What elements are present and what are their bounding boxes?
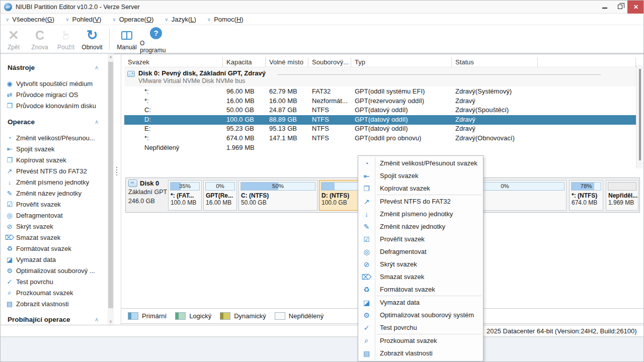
section-header-nastroje[interactable]: Nástroje∧: [1, 62, 108, 73]
menu-pomoc[interactable]: ∨Pomoc(H): [207, 16, 244, 23]
legend-dynamic: Dynamický: [220, 312, 266, 320]
sidebar-item-explore-volume[interactable]: ⌕Prozkoumat svazek: [1, 287, 108, 298]
sidebar-item-merge-volume[interactable]: ⇤Spojit svazek: [1, 143, 108, 154]
scroll-down-icon[interactable]: ∨: [108, 319, 114, 324]
context-item-merge-volume[interactable]: ⇤Spojit svazek: [358, 169, 483, 182]
scrollbar-thumb[interactable]: [108, 62, 113, 308]
context-item-hide-volume[interactable]: ⊘Skrýt svazek: [358, 258, 483, 270]
disk-info-block[interactable]: Disk 0 Základní GPT 246.0 GB: [128, 179, 169, 211]
chevron-up-icon: ∧: [95, 64, 99, 71]
sidebar-item-convert-ntfs-fat32[interactable]: ↗Převést NTFS do FAT32: [1, 165, 108, 176]
sidebar-item-optimize-file-system[interactable]: ⚙Optimalizovat souborový ...: [1, 265, 108, 276]
table-row[interactable]: Nepřidělený1.969 MB: [124, 143, 636, 153]
section-header-operace[interactable]: Operace∧: [1, 116, 108, 127]
sidebar-item-delete-volume[interactable]: ⌦Smazat svazek: [1, 232, 108, 243]
sidebar-item-wipe-data[interactable]: ◪Vymazat data: [1, 254, 108, 265]
context-item-wipe-data[interactable]: ◪Vymazat data: [358, 296, 483, 309]
sidebar: Nástroje∧ ◉Vytvořit spouštěcí médium ⇄Pr…: [1, 54, 108, 325]
context-item-format-volume[interactable]: ♻Formátovat svazek: [358, 283, 483, 296]
splitter-handle[interactable]: [116, 165, 118, 180]
sidebar-item-defragment[interactable]: ◎Defragmentovat: [1, 210, 108, 221]
sidebar-item-format-volume[interactable]: ♻Formátovat svazek: [1, 243, 108, 254]
sidebar-scrollbar[interactable]: ∧ ∨: [108, 54, 114, 325]
table-row[interactable]: E:95.23 GB95.13 GBNTFSGPT(datový oddíl)Z…: [124, 124, 636, 134]
sidebar-item-create-boot-media[interactable]: ◉Vytvořit spouštěcí médium: [1, 78, 108, 89]
context-item-defragment[interactable]: ◎Defragmentovat: [358, 245, 483, 258]
column-souborovy[interactable]: Souborový...: [308, 57, 351, 67]
sidebar-item-resize-move[interactable]: ◔Změnit velikost/Přesunou...: [1, 132, 108, 143]
manual-button[interactable]: Manuál: [114, 25, 140, 53]
close-button[interactable]: ✕: [627, 1, 644, 14]
redo-button[interactable]: C Znova: [27, 25, 53, 53]
chevron-down-icon: ∨: [165, 17, 168, 22]
partition-block-efi[interactable]: 35% *: (FAT... 100.0 MB: [168, 180, 202, 211]
sidebar-item-os-migration[interactable]: ⇄Průvodce migrací OS: [1, 89, 108, 100]
column-status[interactable]: Status: [452, 57, 538, 67]
question-icon: ?: [150, 27, 162, 39]
menu-vseobecne[interactable]: ∨Všeobecné(G): [6, 16, 54, 23]
table-row[interactable]: *:16.00 MB16.00 MBNezformát...GPT(rezerv…: [124, 97, 636, 106]
partition-block-c[interactable]: 50% C: (NTFS) 50.00 GB: [238, 180, 317, 211]
context-item-explore-volume[interactable]: ⌕Prozkoumat svazek: [358, 334, 483, 347]
table-scrollbar[interactable]: [636, 65, 643, 168]
menu-jazyk[interactable]: ∨Jazyk(L): [165, 16, 196, 23]
sidebar-item-change-volume-label[interactable]: ✎Změnit název jednotky: [1, 188, 108, 199]
sidebar-item-copy-volume[interactable]: ❐Kopírovat svazek: [1, 154, 108, 165]
context-item-surface-test[interactable]: ✓Test povrchu: [358, 321, 483, 334]
context-item-resize-move[interactable]: ◔Změnit velikost/Přesunout svazek: [358, 157, 483, 169]
context-item-optimize-file-system[interactable]: ⚙Optimalizovat souborový systém: [358, 309, 483, 321]
optimize-icon: ⚙: [358, 311, 375, 319]
scrollbar-thumb[interactable]: [639, 69, 641, 160]
menu-pohled[interactable]: ∨Pohled(V): [65, 16, 101, 23]
context-item-convert-ntfs-fat32[interactable]: ↗Převést NTFS do FAT32: [358, 195, 483, 208]
sidebar-item-clone-disk[interactable]: ❐Průvodce klonováním disku: [1, 100, 108, 111]
column-volne-misto[interactable]: Volné místo: [266, 57, 308, 67]
refresh-button[interactable]: ↻ Obnovit: [79, 25, 105, 53]
properties-icon: ▤: [358, 349, 375, 357]
menu-operace[interactable]: ∨Operace(O): [112, 16, 153, 23]
format-volume-icon: ♻: [5, 245, 15, 252]
section-header-probihajici-operace[interactable]: Probíhající operace∧: [1, 314, 108, 325]
sidebar-item-change-drive-letter[interactable]: ↓Změnit písmeno jednotky: [1, 176, 108, 188]
convert-icon: ↗: [5, 167, 15, 175]
format-volume-icon: ♻: [358, 286, 375, 294]
disk-group-row[interactable]: Disk 0: Pevný disk, Základní GPT, Zdravý…: [124, 68, 636, 86]
chevron-up-icon: ∧: [95, 119, 99, 125]
optimize-icon: ⚙: [5, 267, 15, 275]
context-item-copy-volume[interactable]: ❐Kopírovat svazek: [358, 182, 483, 195]
search-icon: ⌕: [5, 289, 15, 297]
search-icon: ⌕: [358, 336, 375, 345]
sidebar-item-hide-volume[interactable]: ⊘Skrýt svazek: [1, 221, 108, 232]
column-typ[interactable]: Typ: [351, 57, 452, 67]
redo-icon: C: [35, 29, 44, 42]
table-row[interactable]: *:674.0 MB147.1 MBNTFSGPT(oddíl pro obno…: [124, 134, 636, 143]
context-item-change-volume-label[interactable]: ✎Změnit název jednotky: [358, 220, 483, 233]
column-kapacita[interactable]: Kapacita: [223, 57, 266, 67]
table-row-selected[interactable]: D:100.0 GB88.89 GBNTFSGPT(datový oddíl)Z…: [124, 115, 636, 125]
properties-icon: ▤: [5, 300, 15, 308]
maximize-button[interactable]: [612, 1, 627, 14]
table-row[interactable]: *:96.00 MB62.79 MBFAT32GPT(oddíl systému…: [124, 87, 636, 97]
context-item-change-drive-letter[interactable]: ↓Změnit písmeno jednotky: [358, 208, 483, 220]
disk-group-title: Disk 0: Pevný disk, Základní GPT, Zdravý: [138, 69, 266, 77]
about-button[interactable]: ? O programu: [140, 25, 172, 53]
partition-block-unallocated[interactable]: Nepřiděl... 1.969 MB: [606, 180, 638, 211]
partition-block-recovery[interactable]: 78% *: (NTFS) 674.0 MB: [569, 180, 603, 211]
context-item-view-properties[interactable]: ▤Zobrazit vlastnosti: [358, 347, 483, 359]
context-item-delete-volume[interactable]: ⌦Smazat svazek: [358, 270, 483, 283]
partition-block-reserved[interactable]: 0% GPT(Re... 16.00 MB: [203, 180, 237, 211]
context-item-check-volume[interactable]: ☑Prověřit svazek: [358, 233, 483, 245]
dynamic-swatch: [220, 312, 230, 320]
sidebar-item-surface-test[interactable]: ✓Test povrchu: [1, 276, 108, 287]
apply-button[interactable]: ☞ Použít: [53, 25, 79, 53]
delete-volume-icon: ⌦: [358, 273, 375, 281]
sidebar-item-view-properties[interactable]: ▤Zobrazit vlastnosti: [1, 298, 108, 309]
table-row[interactable]: C:50.00 GB24.87 GBNTFSGPT(datový oddíl)Z…: [124, 106, 636, 115]
undo-button[interactable]: ✕ Zpět: [1, 25, 27, 53]
scroll-up-icon[interactable]: ∧: [108, 55, 114, 59]
chevron-down-icon: ∨: [6, 17, 9, 22]
sidebar-item-check-volume[interactable]: ☑Prověřit svazek: [1, 199, 108, 210]
minimize-button[interactable]: [597, 1, 612, 14]
primary-swatch: [128, 312, 138, 320]
column-svazek[interactable]: Svazek: [124, 57, 223, 67]
